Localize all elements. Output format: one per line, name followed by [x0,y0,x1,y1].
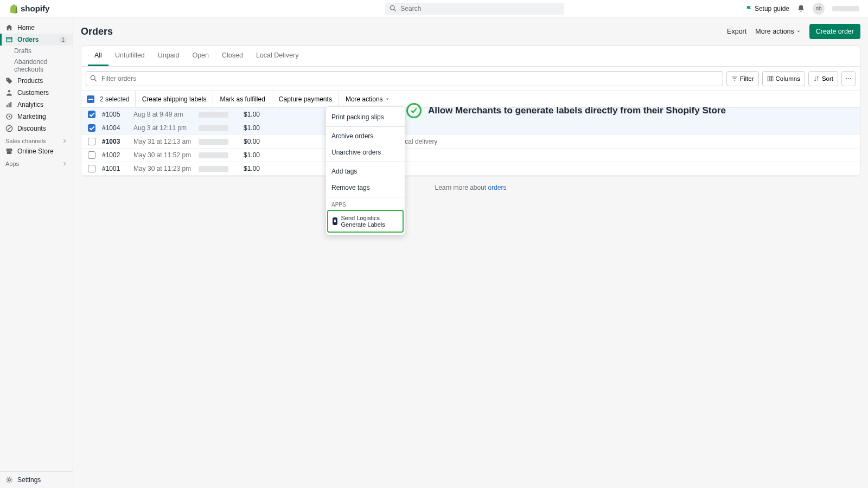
order-id: #1001 [102,165,133,172]
sidebar-item-settings[interactable]: Settings [0,471,73,488]
chevron-right-icon[interactable] [62,138,67,144]
tab-unpaid[interactable]: Unpaid [151,46,186,66]
capture-payments-button[interactable]: Capture payments [272,91,339,107]
person-icon [5,89,13,97]
customer-redacted [199,125,228,131]
search-input[interactable] [385,3,564,15]
dd-remove-tags[interactable]: Remove tags [326,179,405,196]
order-total: $1.00 [237,111,266,118]
order-id: #1004 [102,124,133,132]
svg-point-9 [9,116,10,118]
svg-rect-7 [10,102,11,107]
select-all-checkbox[interactable] [87,95,94,103]
svg-line-11 [8,127,11,130]
bulk-actions-dropdown: Print packing slips Archive orders Unarc… [326,106,405,235]
sidebar-item-products[interactable]: Products [0,75,73,87]
svg-point-12 [8,479,10,481]
columns-button[interactable]: Columns [762,71,805,86]
order-id: #1003 [102,138,133,145]
gear-icon [5,476,13,484]
order-date: Aug 3 at 12:11 pm [133,124,199,132]
chevron-right-icon[interactable] [62,161,67,166]
svg-rect-16 [769,76,770,81]
row-checkbox[interactable] [88,165,95,172]
bulk-action-bar: 2 selected Create shipping labels Mark a… [81,91,860,108]
table-row[interactable]: #1001May 30 at 11:23 pm$1.00em [81,162,860,176]
page-title: Orders [81,26,113,37]
svg-point-13 [91,75,95,80]
sidebar-item-drafts[interactable]: Drafts [0,46,73,56]
order-total: $0.00 [237,138,266,145]
filter-orders-input[interactable] [86,71,723,86]
customer-redacted [199,139,228,145]
sidebar-item-analytics[interactable]: Analytics [0,99,73,111]
dd-apps-header: APPS [326,198,405,210]
dd-add-tags[interactable]: Add tags [326,163,405,179]
svg-rect-15 [768,76,769,81]
store-name-redacted [832,6,859,11]
sidebar-item-home[interactable]: Home [0,22,73,34]
order-tabs: AllUnfulfilledUnpaidOpenClosedLocal Deli… [81,46,860,67]
svg-point-0 [391,5,395,10]
tab-unfulfilled[interactable]: Unfulfilled [108,46,151,66]
svg-rect-2 [7,37,12,42]
sidebar-item-customers[interactable]: Customers [0,87,73,99]
avatar[interactable]: nb [813,3,825,15]
learn-more-link[interactable]: orders [488,184,507,191]
sidebar-item-marketing[interactable]: Marketing [0,111,73,123]
table-row[interactable]: #1003May 31 at 12:13 am$0.00emLocal deli… [81,135,860,149]
svg-rect-6 [9,103,10,107]
selected-count: 2 selected [100,95,135,103]
dd-print-packing-slips[interactable]: Print packing slips [326,109,405,125]
main-content: Orders Export More actions Create order … [73,17,868,488]
svg-point-4 [8,90,10,92]
dd-unarchive-orders[interactable]: Unarchive orders [326,144,405,160]
row-checkbox[interactable] [88,138,95,145]
order-date: May 30 at 11:52 pm [133,151,199,159]
svg-line-14 [94,79,96,81]
dd-archive-orders[interactable]: Archive orders [326,128,405,144]
svg-point-20 [850,78,851,79]
sort-icon [813,75,820,82]
order-id: #1005 [102,111,133,118]
annotation-overlay: Allow Merchants to generate labels direc… [406,103,726,118]
dots-icon [845,75,852,82]
bulk-more-actions-button[interactable]: More actions [339,91,396,107]
tab-closed[interactable]: Closed [215,46,250,66]
table-row[interactable]: #1004Aug 3 at 12:11 pm$1.00em [81,121,860,135]
target-icon [5,113,13,120]
shopify-logo[interactable]: shopify [9,4,49,14]
tab-all[interactable]: All [88,46,108,66]
tab-local-delivery[interactable]: Local Delivery [250,46,305,66]
table-row[interactable]: #1002May 30 at 11:52 pm$1.00em [81,149,860,162]
order-total: $1.00 [237,124,266,132]
mark-fulfilled-button[interactable]: Mark as fulfilled [213,91,271,107]
create-shipping-labels-button[interactable]: Create shipping labels [135,91,213,107]
sidebar-item-abandoned[interactable]: Abandoned checkouts [0,56,73,75]
order-date: Aug 8 at 9:49 am [133,111,199,118]
sidebar-item-orders[interactable]: Orders 1 [0,34,73,46]
svg-point-19 [848,78,849,79]
sidebar-item-online-store[interactable]: Online Store [0,145,73,157]
bell-icon[interactable] [797,4,805,12]
row-checkbox[interactable] [88,111,95,118]
row-checkbox[interactable] [88,124,95,132]
sidebar-item-discounts[interactable]: Discounts [0,123,73,134]
orders-icon [5,36,13,43]
export-button[interactable]: Export [727,28,746,35]
more-actions-button[interactable]: More actions [755,28,801,35]
order-total: $1.00 [237,151,266,159]
setup-guide-link[interactable]: Setup guide [746,5,789,12]
tab-open[interactable]: Open [186,46,215,66]
sidebar-section-apps: Apps [0,157,73,168]
dd-app-send-logistics[interactable]: Send Logistics Generate Labels [327,210,404,233]
overflow-button[interactable] [841,71,856,86]
filter-button[interactable]: Filter [726,71,759,86]
create-order-button[interactable]: Create order [809,24,860,39]
learn-more-text: Learn more about orders [81,176,860,199]
row-checkbox[interactable] [88,151,95,159]
home-icon [5,24,13,31]
orders-badge: 1 [59,37,67,43]
sort-button[interactable]: Sort [808,71,838,86]
sidebar: Home Orders 1 Drafts Abandoned checkouts… [0,17,73,488]
